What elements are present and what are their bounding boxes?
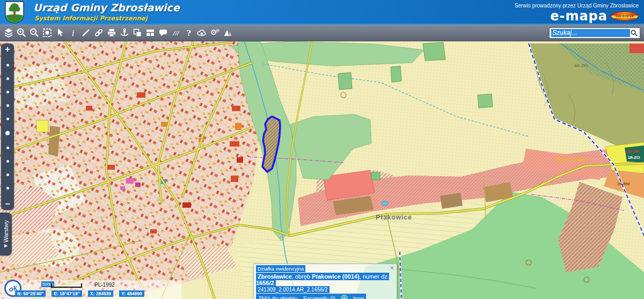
zoom-in-control[interactable]: + [5,46,10,53]
help-button[interactable]: ? [182,26,195,40]
map-viewport: Ptakowice Domy Celne 6R-ZPI 4R-UPI 1R-ZC… [0,41,644,299]
plus-icon[interactable]: + [341,295,348,299]
windows-button[interactable] [131,26,144,40]
settings-button[interactable]: ⚙⚙ [208,26,221,40]
slashes-button[interactable]: /// [170,26,182,40]
zone-green-label: 1R-ZCI [628,156,640,159]
search-box[interactable]: Szukaj... [549,27,640,39]
pyramid-button[interactable] [221,26,234,40]
info-button[interactable]: i [67,26,79,40]
close-icon[interactable]: ✕ [390,265,394,271]
service-note: Serwis prowadzony przez Urząd Gminy Zbro… [515,3,639,9]
cloud-upload-button[interactable] [195,26,208,40]
coordinates-readout: N: 50°25'40" E: 18°47'19" X: 284539 Y: 4… [15,290,144,297]
parcel-identifier: 241309_2.0014.AR_2.1656/2 [256,287,394,293]
print-button[interactable] [105,26,118,40]
measure-button[interactable] [79,26,92,40]
print-icon [106,27,117,38]
zone-orange-label: 2R-RNI [617,182,630,186]
cloud-upload-icon [196,27,207,38]
popup-title: Działka ewidencyjna [256,265,305,272]
svg-text:///: /// [173,29,180,37]
help-icon: ? [184,27,194,38]
gears-icon: ⚙⚙ [209,27,220,38]
parcel-info-popup: Działka ewidencyjna ✕ Zbrosławice, obręb… [253,264,397,299]
svg-text:?: ? [187,28,191,38]
panels-button[interactable] [144,26,157,40]
pyramid-icon [222,27,233,38]
layers-icon [3,27,14,38]
urban-area [0,41,264,299]
zoom-out-icon [29,27,40,38]
measure-icon [80,27,91,38]
coord-y: Y: 484990 [119,290,144,297]
coord-x: X: 284539 [88,290,113,297]
zoom-slider[interactable]: + − [1,43,14,210]
svg-text:i: i [72,28,74,38]
link-icon [93,27,104,38]
zoom-in-icon [16,27,27,38]
header-bar: Urząd Gminy Zbrosławice System Informacj… [0,0,644,25]
zoom-levels[interactable] [5,53,10,200]
page-title: Urząd Gminy Zbrosławice [33,2,180,13]
scale-bar [51,283,82,288]
anchor-button[interactable] [118,26,131,40]
zoom-out-button[interactable] [28,26,41,40]
speech-bubble-icon [158,27,169,38]
domy-celne-label: Domy Celne [556,157,587,163]
coord-e: E: 18°47'19" [52,290,82,297]
zoom-extent-icon [42,27,53,38]
page-subtitle: System Informacji Przestrzennej [34,14,148,22]
coord-n: N: 50°25'40" [15,290,46,297]
slashes-icon: /// [171,27,181,38]
layers-tab-label: Warstwy [3,220,9,243]
layers-button[interactable] [2,26,15,40]
map-toolbar: i /// ? ⚙⚙ [0,25,644,41]
expand-arrow-icon: ▶ [4,244,8,248]
emapa-logo-text: e-mapa [550,10,608,23]
info-icon: i [68,27,78,38]
zoom-in-button[interactable] [15,26,28,40]
zoom-to-object-link[interactable]: Zbliż do obiektu [258,295,298,299]
zone-yellow-label: 4R-UPI [627,150,639,154]
pointer-icon [55,27,65,38]
zoom-level-current[interactable] [5,131,10,135]
pointer-button[interactable] [54,26,67,40]
anchor-icon [119,27,130,38]
panels-icon [145,27,156,38]
other-link[interactable]: Inne [353,295,364,299]
details-link[interactable]: Szczegóły (i) [303,295,335,299]
municipality-crest-logo [4,1,25,24]
layers-panel-tab[interactable]: Warstwy ▶ [0,213,12,256]
popup-actions: Zbliż do obiektu Szczegóły (i) + Inne [256,294,366,299]
parcel-description: Zbrosławice, obręb Ptakowice (0014), num… [256,273,394,286]
zoom-out-control[interactable]: − [5,200,10,208]
village-label: Ptakowice [376,214,412,221]
svg-text:⚙: ⚙ [216,28,219,33]
search-icon[interactable] [630,29,638,37]
projection-select[interactable]: PL-1992 [94,282,115,288]
search-input[interactable]: Szukaj... [551,29,630,37]
windows-icon [132,27,143,38]
app-window: Urząd Gminy Zbrosławice System Informacj… [0,0,644,299]
status-bar: ok 500m PL-1992 ⌄ N: 50°25'40" E: 18°47'… [0,280,181,299]
zone-forest-label: 6R-ZPI [574,63,588,68]
feedback-button[interactable] [157,26,170,40]
geo-system-badge-icon: GEO-SYSTEM [611,11,639,21]
emapa-brand[interactable]: e-mapa GEO-SYSTEM [550,10,639,23]
link-button[interactable] [92,26,105,40]
zoom-extent-button[interactable] [41,26,54,40]
chevron-down-icon[interactable]: ⌄ [123,281,128,287]
map-canvas[interactable]: Ptakowice Domy Celne 6R-ZPI 4R-UPI 1R-ZC… [0,41,644,299]
